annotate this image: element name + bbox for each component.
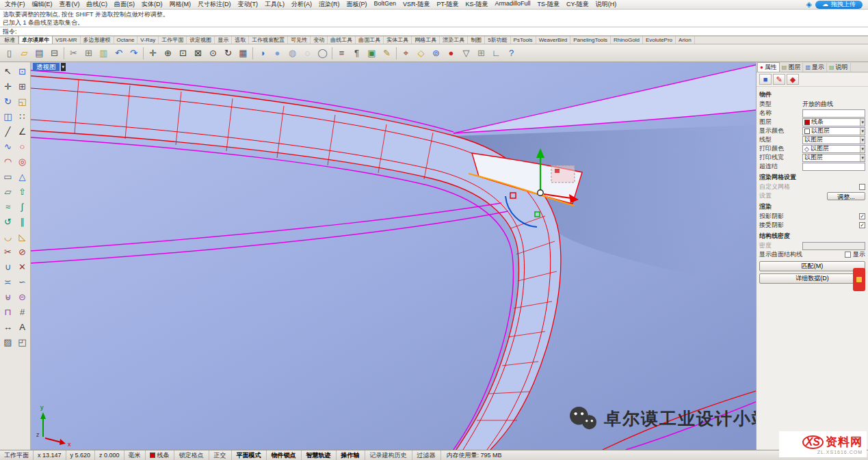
upload-button[interactable]: ☁ 拖拽上传 (815, 1, 863, 9)
panel-tab-layers-tab[interactable]: ▤图层 (780, 63, 804, 72)
menu-item-8[interactable]: 变动(T) (235, 0, 262, 9)
notes-icon[interactable]: ✎ (380, 46, 394, 60)
menu-item-19[interactable]: CY-随意 (563, 0, 592, 9)
show-isocurves-checkbox[interactable] (845, 252, 851, 258)
ribbon-tab-2[interactable]: VSR-MR (53, 36, 81, 44)
redo-icon[interactable]: ↷ (127, 46, 141, 60)
new-file-icon[interactable]: ▯ (2, 46, 16, 60)
object-properties-icon[interactable]: ■ (759, 74, 772, 85)
texture-mapping-icon[interactable]: ◆ (787, 74, 799, 85)
menu-item-18[interactable]: TS-随意 (534, 0, 564, 9)
control-points-on-icon[interactable]: ⊡ (15, 64, 29, 79)
ribbon-tab-10[interactable]: 工作视窗配置 (249, 36, 288, 44)
menu-item-16[interactable]: KS-随意 (462, 0, 492, 9)
ribbon-tab-0[interactable]: 标准 (1, 36, 18, 44)
ribbon-tab-9[interactable]: 选取 (232, 36, 249, 44)
layers-panel-icon[interactable]: ≡ (334, 46, 349, 60)
arc-icon[interactable]: ◠ (1, 154, 15, 169)
rotate-view-icon[interactable]: ↻ (221, 46, 235, 60)
menu-item-11[interactable]: 渲染(R) (315, 0, 343, 9)
menu-item-3[interactable]: 曲线(C) (83, 0, 111, 9)
join-icon[interactable]: ∪ (1, 259, 15, 274)
undo-icon[interactable]: ↶ (111, 46, 126, 60)
zoom-dynamic-icon[interactable]: ⊕ (161, 46, 175, 60)
menu-item-20[interactable]: 说明(H) (592, 0, 620, 9)
property-dropdown[interactable]: 线条▾ (802, 118, 865, 126)
display-panel-icon[interactable]: ▣ (365, 46, 379, 60)
xray-display-icon[interactable]: ◌ (300, 46, 315, 60)
boolean-intersection-icon[interactable]: ⊓ (1, 304, 15, 319)
ellipse-icon[interactable]: ◎ (15, 154, 29, 169)
property-dropdown[interactable]: 以图层▾ (802, 127, 865, 135)
menu-item-6[interactable]: 网格(M) (166, 0, 195, 9)
rotate-icon[interactable]: ↻ (1, 94, 15, 109)
property-dropdown[interactable]: 以图层▾ (802, 136, 865, 144)
ribbon-tab-8[interactable]: 显示 (215, 36, 232, 44)
mirror-icon[interactable]: ◫ (1, 109, 15, 124)
circle-icon[interactable]: ○ (15, 139, 29, 154)
status-toggle-0[interactable]: 锁定格点 (174, 450, 209, 460)
status-toggle-4[interactable]: 智慧轨迹 (302, 450, 337, 460)
property-input[interactable] (802, 109, 865, 118)
boolean-difference-icon[interactable]: ⊝ (15, 289, 29, 304)
move-icon[interactable]: ✛ (1, 79, 15, 94)
ribbon-tab-18[interactable]: 制图 (468, 36, 485, 44)
ribbon-tab-14[interactable]: 曲面工具 (356, 36, 384, 44)
menu-item-4[interactable]: 曲面(S) (111, 0, 138, 9)
explode-icon[interactable]: ✕ (15, 259, 29, 274)
ribbon-tab-12[interactable]: 变动 (311, 36, 328, 44)
viewport-canvas[interactable]: x y z (31, 62, 756, 450)
extrude-surface-icon[interactable]: ⇧ (15, 184, 29, 199)
dimension-icon[interactable]: ↔ (1, 319, 15, 334)
polyline-icon[interactable]: ∠ (15, 124, 29, 139)
copy-icon[interactable]: ⊞ (15, 79, 29, 94)
gumball-plane-handle[interactable] (551, 165, 575, 182)
ghosted-display-icon[interactable]: ◍ (285, 46, 300, 60)
fillet-icon[interactable]: ◡ (1, 229, 15, 244)
property-dropdown[interactable]: ◇以图层▾ (802, 145, 865, 153)
status-toggle-3[interactable]: 物件锁点 (267, 450, 302, 460)
menu-item-2[interactable]: 查看(V) (56, 0, 83, 9)
ribbon-tab-21[interactable]: WeaverBird (536, 36, 571, 44)
density-input[interactable] (802, 242, 865, 250)
cage-edit-icon[interactable]: # (15, 304, 29, 319)
sweep-icon[interactable]: ∫ (15, 199, 29, 214)
status-toggle-5[interactable]: 操作轴 (337, 450, 365, 460)
selection-filter-icon[interactable]: ▽ (459, 46, 473, 60)
material-icon[interactable]: ✎ (773, 74, 785, 85)
select-pointer-icon[interactable]: ↖ (1, 64, 15, 79)
paste-icon[interactable]: ▥ (96, 46, 111, 60)
wireframe-display-icon[interactable]: ◯ (315, 46, 330, 60)
cast-shadows-checkbox[interactable]: ✓ (859, 213, 865, 219)
ribbon-tab-5[interactable]: V-Ray (137, 36, 159, 44)
menu-item-13[interactable]: BoltGen (371, 0, 400, 9)
menu-item-5[interactable]: 实体(D) (138, 0, 166, 9)
ribbon-tab-4[interactable]: Octane (114, 36, 138, 44)
custom-mesh-checkbox[interactable] (859, 184, 865, 190)
smarttrack-icon[interactable]: ◇ (414, 46, 428, 60)
line-icon[interactable]: ╱ (1, 124, 15, 139)
open-file-icon[interactable]: ▱ (17, 46, 31, 60)
ribbon-tab-20[interactable]: PsTools (511, 36, 536, 44)
ribbon-tab-25[interactable]: Arion (676, 36, 695, 44)
ribbon-tab-16[interactable]: 网格工具 (412, 36, 440, 44)
viewport-title-menu-icon[interactable]: ▾ (61, 63, 66, 71)
panel-tab-display-tab[interactable]: ▥显示 (803, 63, 827, 72)
text-icon[interactable]: A (15, 319, 29, 334)
zoom-selected-icon[interactable]: ⊙ (206, 46, 220, 60)
menu-item-9[interactable]: 工具(L) (261, 0, 288, 9)
panel-tab-properties-tab[interactable]: ●属性 (757, 62, 780, 72)
pan-view-icon[interactable]: ✛ (146, 46, 160, 60)
property-dropdown[interactable]: 以图层▾ (802, 154, 865, 162)
offset-icon[interactable]: ≍ (1, 274, 15, 289)
named-views-icon[interactable]: ▦ (236, 46, 250, 60)
properties-panel-icon[interactable]: ¶ (350, 46, 364, 60)
ribbon-tab-3[interactable]: 多边形建模 (81, 36, 114, 44)
trim-icon[interactable]: ✂ (1, 244, 15, 259)
menu-item-10[interactable]: 分析(A) (288, 0, 315, 9)
viewport-title-label[interactable]: 透视图 (33, 63, 60, 71)
viewport-title[interactable]: 透视图 ▾ (33, 63, 66, 71)
cut-icon[interactable]: ✂ (66, 46, 81, 60)
floating-badge-icon[interactable] (853, 268, 865, 291)
details-button[interactable]: 详细数据(D) (759, 273, 865, 284)
